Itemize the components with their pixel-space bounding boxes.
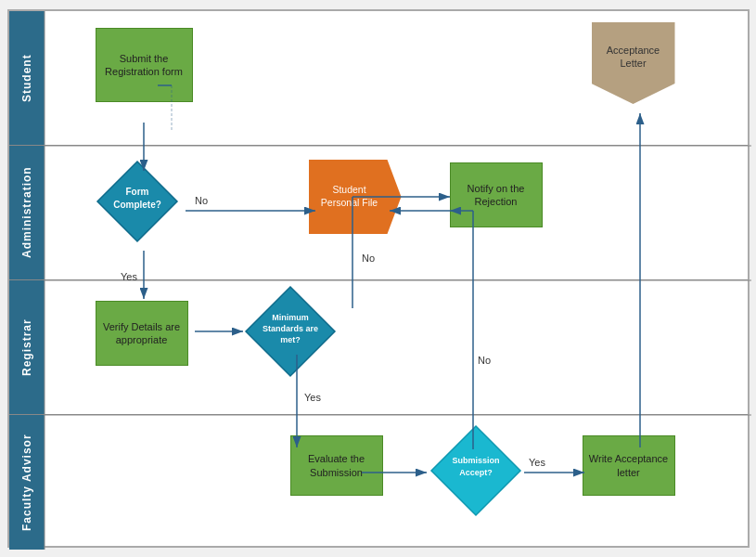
submit-form-shape: Submit the Registration form xyxy=(96,28,193,102)
lane-student: Student Submit the Registration form Acc… xyxy=(9,11,748,146)
acceptance-letter-banner: Acceptance Letter xyxy=(592,22,675,104)
verify-details: Verify Details are appropriate xyxy=(96,301,188,366)
lane-faculty-label: Faculty Advisor xyxy=(9,415,45,550)
svg-text:Standards are: Standards are xyxy=(262,324,317,333)
student-personal-file: Student Personal File xyxy=(309,160,402,234)
minimum-standards-diamond: Minimum Standards are met? xyxy=(244,285,337,378)
svg-text:Accept?: Accept? xyxy=(459,468,493,477)
lane-student-content: Submit the Registration form Acceptance … xyxy=(45,11,748,145)
write-acceptance: Write Acceptance letter xyxy=(583,435,675,496)
notify-rejection: Notify on the Rejection xyxy=(450,162,543,227)
diagram-container: Yes No No Yes Yes No xyxy=(7,9,750,548)
lane-admin-label: Administration xyxy=(9,146,45,279)
lane-faculty-content: Evaluate the Submission Submission Accep… xyxy=(45,415,748,550)
svg-text:Minimum: Minimum xyxy=(272,313,309,322)
svg-text:Form: Form xyxy=(125,187,148,197)
lane-student-label: Student xyxy=(9,11,45,145)
form-complete-diamond: Form Complete? xyxy=(96,160,179,243)
lane-administration: Administration Form Complete? Student Pe… xyxy=(9,146,748,280)
lane-admin-content: Form Complete? Student Personal File Not… xyxy=(45,146,748,279)
svg-text:Complete?: Complete? xyxy=(113,200,161,210)
submission-accept-diamond: Submission Accept? xyxy=(429,424,522,517)
svg-text:Submission: Submission xyxy=(452,456,499,465)
lane-registrar: Registrar Verify Details are appropriate… xyxy=(9,280,748,415)
evaluate-submission: Evaluate the Submission xyxy=(290,435,383,496)
svg-text:met?: met? xyxy=(280,335,301,344)
lane-registrar-label: Registrar xyxy=(9,280,45,414)
lane-faculty: Faculty Advisor Evaluate the Submission … xyxy=(9,415,748,550)
lane-registrar-content: Verify Details are appropriate Minimum S… xyxy=(45,280,748,414)
